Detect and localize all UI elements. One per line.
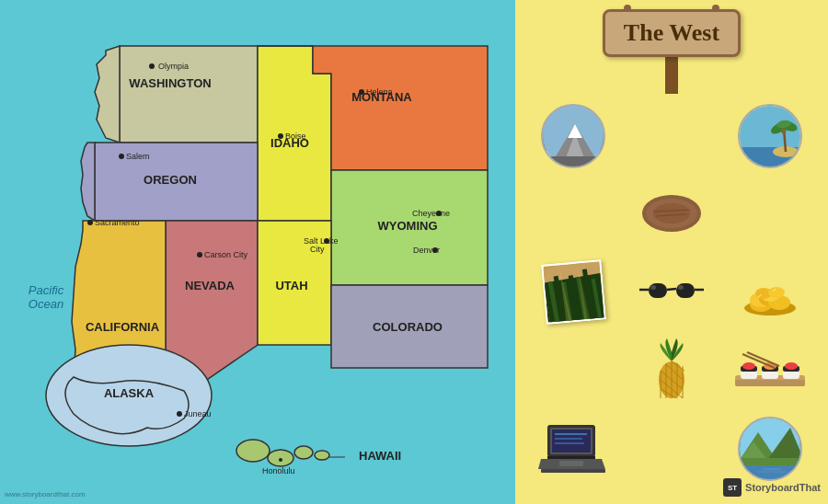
- svg-point-48: [294, 446, 313, 459]
- svg-text:CALIFORNIA: CALIFORNIA: [86, 320, 160, 334]
- svg-text:Boise: Boise: [285, 132, 306, 141]
- sushi-svg: [733, 349, 807, 391]
- svg-point-49: [315, 451, 329, 460]
- svg-point-28: [197, 252, 202, 258]
- svg-text:www.storyboardthat.com: www.storyboardthat.com: [4, 490, 86, 498]
- svg-rect-59: [543, 156, 605, 168]
- gold-item: [725, 258, 814, 326]
- svg-rect-87: [676, 283, 695, 298]
- svg-marker-1: [120, 46, 258, 143]
- mountain-icon-item: [529, 101, 618, 170]
- svg-point-98: [768, 287, 785, 298]
- svg-point-22: [359, 89, 364, 95]
- svg-rect-142: [740, 458, 802, 465]
- svg-point-19: [278, 133, 283, 139]
- svg-rect-131: [547, 456, 595, 459]
- watermark-text: StoryboardThat: [745, 482, 821, 493]
- svg-point-70: [653, 203, 690, 223]
- svg-text:Sacramento: Sacramento: [95, 218, 140, 227]
- svg-point-46: [236, 440, 270, 462]
- svg-text:Salem: Salem: [126, 152, 150, 161]
- sushi-item: [725, 336, 814, 405]
- log-icon-item: [627, 179, 717, 248]
- svg-text:Pacific: Pacific: [29, 283, 64, 297]
- island-icon-item: [725, 101, 814, 170]
- laptop-svg: [536, 423, 610, 474]
- svg-rect-90: [678, 285, 684, 290]
- svg-point-67: [781, 129, 786, 133]
- sign-container: The West: [603, 9, 741, 94]
- svg-rect-85: [649, 283, 667, 298]
- svg-point-52: [279, 458, 282, 462]
- svg-text:WASHINGTON: WASHINGTON: [129, 76, 211, 90]
- svg-text:NEVADA: NEVADA: [185, 279, 236, 292]
- empty-2: [529, 179, 618, 248]
- gold-svg: [738, 269, 802, 315]
- sunglasses-svg: [639, 279, 704, 306]
- svg-text:COLORADO: COLORADO: [373, 320, 443, 334]
- svg-text:ALASKA: ALASKA: [104, 386, 155, 400]
- laptop-item: [529, 414, 618, 483]
- svg-text:Denver: Denver: [413, 246, 440, 255]
- svg-rect-113: [735, 380, 805, 386]
- icons-grid: [524, 101, 819, 483]
- sunglasses-item: [627, 258, 717, 326]
- svg-rect-89: [650, 285, 656, 290]
- empty-1: [627, 101, 717, 170]
- forest-photo: [541, 259, 605, 324]
- empty-3: [725, 179, 814, 248]
- svg-text:Olympia: Olympia: [158, 62, 189, 71]
- svg-point-13: [149, 63, 155, 69]
- svg-rect-132: [541, 469, 605, 473]
- forest-photo-item: [529, 258, 618, 326]
- pineapple-svg: [653, 338, 690, 403]
- sign-title: The West: [624, 19, 719, 47]
- svg-text:Helena: Helena: [366, 87, 393, 97]
- right-panel: The West: [515, 0, 828, 504]
- svg-text:Carson City: Carson City: [204, 250, 248, 259]
- empty-5: [627, 414, 717, 483]
- svg-text:UTAH: UTAH: [275, 279, 307, 292]
- svg-text:Ocean: Ocean: [29, 297, 63, 311]
- watermark: ST StoryboardThat: [723, 478, 821, 497]
- svg-text:HAWAII: HAWAII: [359, 449, 401, 463]
- sign-post: [665, 57, 678, 94]
- valley-circle: [738, 417, 802, 481]
- svg-point-16: [119, 154, 124, 159]
- sign-board: The West: [603, 9, 741, 57]
- log-svg: [639, 193, 704, 235]
- valley-icon-item: [725, 414, 814, 483]
- svg-rect-127: [552, 430, 591, 452]
- svg-text:OREGON: OREGON: [144, 173, 197, 187]
- svg-text:Cheyenne: Cheyenne: [412, 209, 450, 218]
- pineapple-item: [627, 336, 717, 405]
- svg-point-44: [177, 411, 182, 417]
- svg-rect-133: [559, 461, 583, 466]
- island-circle: [738, 104, 802, 168]
- svg-text:WYOMING: WYOMING: [378, 219, 438, 233]
- svg-text:City: City: [310, 245, 325, 254]
- svg-point-122: [785, 362, 798, 370]
- svg-line-86: [667, 289, 676, 290]
- svg-point-38: [87, 220, 93, 225]
- svg-text:Honolulu: Honolulu: [262, 466, 295, 475]
- svg-text:Juneau: Juneau: [184, 409, 212, 418]
- mountain-circle: [541, 104, 605, 168]
- svg-point-116: [742, 362, 755, 370]
- map-panel: WASHINGTON Olympia OREGON Salem IDAHO Bo…: [0, 0, 515, 504]
- empty-4: [529, 336, 618, 405]
- watermark-logo: ST: [723, 478, 742, 497]
